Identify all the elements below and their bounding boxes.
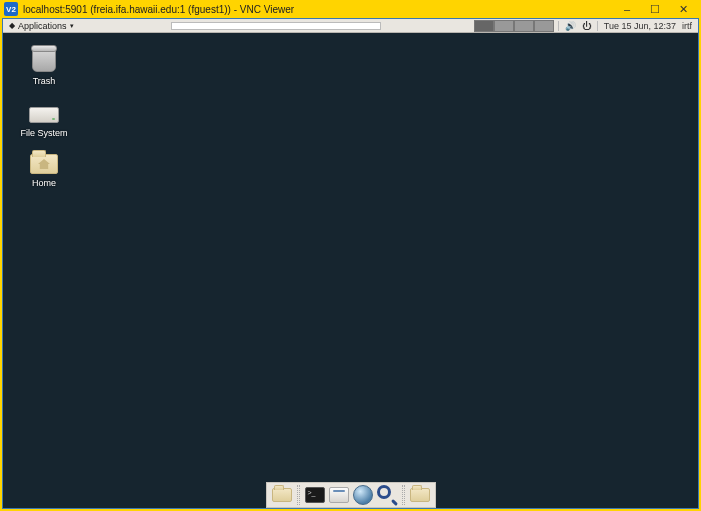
vnc-app-icon: V2 [4, 2, 18, 16]
applications-menu-button[interactable]: ◆ Applications ▾ [5, 21, 78, 31]
workspace-3[interactable] [514, 20, 534, 32]
desktop-icon-trash[interactable]: Trash [9, 47, 79, 86]
folder-icon [272, 488, 292, 502]
dock-web-browser[interactable] [352, 484, 374, 506]
vnc-titlebar: V2 localhost:5901 (freia.ifa.hawaii.edu:… [0, 0, 701, 18]
dock-separator [402, 485, 405, 505]
dock-directory-menu[interactable] [409, 484, 431, 506]
tray-separator [597, 21, 598, 31]
dock-app-finder[interactable] [376, 484, 398, 506]
dock-separator [297, 485, 300, 505]
panel-center-widget[interactable] [171, 22, 381, 30]
panel-center [78, 22, 474, 30]
window-close-button[interactable]: ✕ [669, 3, 697, 16]
xfce-logo-icon: ◆ [9, 21, 15, 30]
drive-icon [29, 99, 59, 125]
folder-icon [410, 488, 430, 502]
search-icon [377, 485, 397, 505]
desktop-icon-label: Trash [9, 76, 79, 86]
dock-show-desktop[interactable] [271, 484, 293, 506]
file-manager-icon [329, 487, 349, 503]
desktop-icon-label: File System [9, 128, 79, 138]
dock-file-manager[interactable] [328, 484, 350, 506]
vnc-viewport[interactable]: ◆ Applications ▾ 🔊 ⏻ Tue 15 Jun, 12:37 i… [2, 18, 699, 509]
workspace-4[interactable] [534, 20, 554, 32]
remote-desktop-session: ◆ Applications ▾ 🔊 ⏻ Tue 15 Jun, 12:37 i… [3, 19, 698, 508]
sound-icon[interactable]: 🔊 [565, 21, 576, 31]
terminal-icon [305, 487, 325, 503]
tray-datetime[interactable]: Tue 15 Jun, 12:37 [604, 21, 676, 31]
desktop-icon-filesystem[interactable]: File System [9, 99, 79, 138]
desktop-icon-label: Home [9, 178, 79, 188]
trash-icon [29, 47, 59, 73]
home-folder-icon [29, 149, 59, 175]
vnc-window-title: localhost:5901 (freia.ifa.hawaii.edu:1 (… [23, 4, 613, 15]
xfce-bottom-dock [266, 482, 436, 508]
globe-icon [353, 485, 373, 505]
window-minimize-button[interactable]: – [613, 3, 641, 15]
workspace-2[interactable] [494, 20, 514, 32]
power-icon[interactable]: ⏻ [582, 21, 591, 31]
workspace-1[interactable] [474, 20, 494, 32]
dock-terminal[interactable] [304, 484, 326, 506]
menu-toggle-icon: ▾ [70, 22, 74, 30]
desktop-background[interactable]: Trash File System Home [3, 33, 698, 508]
window-maximize-button[interactable]: ☐ [641, 3, 669, 16]
applications-menu-label: Applications [18, 21, 67, 31]
desktop-icon-home[interactable]: Home [9, 149, 79, 188]
tray-user-label[interactable]: irtf [682, 21, 692, 31]
system-tray: 🔊 ⏻ Tue 15 Jun, 12:37 irtf [554, 21, 696, 31]
workspace-switcher[interactable] [474, 20, 554, 32]
xfce-top-panel: ◆ Applications ▾ 🔊 ⏻ Tue 15 Jun, 12:37 i… [3, 19, 698, 33]
tray-separator [558, 21, 559, 31]
